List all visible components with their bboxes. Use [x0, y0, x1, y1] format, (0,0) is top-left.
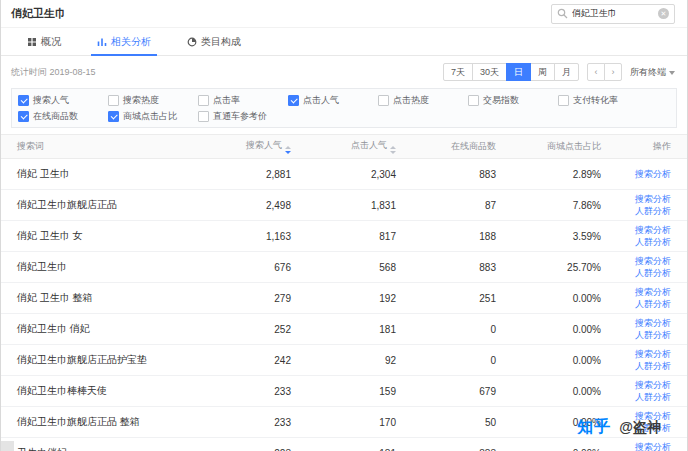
metric-checkbox[interactable]: 交易指数: [468, 94, 558, 107]
period-month-button[interactable]: 月: [554, 63, 579, 81]
search-analysis-link[interactable]: 搜索分析: [629, 224, 671, 236]
search-popularity-cell: 252: [214, 314, 319, 345]
range-30d-button[interactable]: 30天: [472, 63, 507, 81]
analytics-page: 俏妃卫生巾 概况 相关分析 类目构成: [0, 0, 688, 451]
search-icon: [557, 8, 568, 19]
metric-checkbox[interactable]: 点击率: [198, 94, 288, 107]
table-row: 俏妃 卫生巾 女 1,163 817 188 3.59% 搜索分析 人群分析: [1, 221, 687, 252]
metric-label: 点击热度: [393, 94, 429, 107]
bar-chart-icon: [97, 37, 107, 47]
search-analysis-link[interactable]: 搜索分析: [629, 255, 671, 267]
search-input[interactable]: [572, 9, 654, 19]
metric-label: 搜索热度: [123, 94, 159, 107]
mall-click-ratio-cell: 0.00%: [524, 345, 629, 376]
mall-click-ratio-cell: 0.00%: [524, 314, 629, 345]
search-analysis-link[interactable]: 搜索分析: [629, 168, 671, 180]
crowd-analysis-link[interactable]: 人群分析: [629, 267, 671, 279]
range-7d-button[interactable]: 7天: [443, 63, 473, 81]
metrics-row-2: 在线商品数 商城点击占比 直通车参考价: [18, 108, 670, 124]
click-popularity-cell: 817: [319, 221, 424, 252]
keyword-cell: 俏妃 卫生巾: [1, 159, 214, 190]
crowd-analysis-link[interactable]: 人群分析: [629, 205, 671, 217]
search-analysis-link[interactable]: 搜索分析: [629, 317, 671, 329]
keywords-table: 搜索词 搜索人气 点击人气 在线商品数 商城点击占比 操作: [1, 134, 687, 451]
checkbox-icon: [378, 95, 389, 106]
table-row: 俏妃卫生巾旗舰店正品护宝垫 242 92 0 0.00% 搜索分析 人群分析: [1, 345, 687, 376]
next-arrow-button[interactable]: ›: [604, 63, 622, 81]
online-items-cell: 0: [424, 314, 524, 345]
crowd-analysis-link[interactable]: 人群分析: [629, 360, 671, 372]
checkbox-icon: [558, 95, 569, 106]
period-button-group: 7天 30天 日 周 月: [443, 63, 579, 81]
crowd-analysis-link[interactable]: 人群分析: [629, 298, 671, 310]
keyword-cell: 俏妃卫生巾旗舰店正品护宝垫: [1, 345, 214, 376]
metric-checkbox[interactable]: 支付转化率: [558, 94, 648, 107]
tab-category-composition-label: 类目构成: [201, 35, 241, 49]
period-day-button[interactable]: 日: [506, 63, 531, 81]
table-row: 俏妃卫生巾旗舰店正品 2,498 1,831 87 7.86% 搜索分析 人群分…: [1, 190, 687, 221]
metric-checkbox[interactable]: 搜索人气: [18, 94, 108, 107]
metric-checkbox[interactable]: 搜索热度: [108, 94, 198, 107]
actions-cell: 搜索分析: [629, 159, 687, 190]
crowd-analysis-link[interactable]: 人群分析: [629, 391, 671, 403]
actions-cell: 搜索分析 人群分析: [629, 376, 687, 407]
mall-click-ratio-cell: 0.00%: [524, 283, 629, 314]
actions-cell: 搜索分析 人群分析: [629, 252, 687, 283]
crowd-analysis-link[interactable]: 人群分析: [629, 236, 671, 248]
tab-related-analysis[interactable]: 相关分析: [79, 28, 169, 55]
top-header: 俏妃卫生巾: [1, 0, 687, 28]
actions-cell: 搜索分析 人群分析: [629, 314, 687, 345]
metric-label: 支付转化率: [573, 94, 618, 107]
col-search-popularity[interactable]: 搜索人气: [214, 135, 319, 159]
metric-checkbox[interactable]: 商城点击占比: [108, 110, 198, 123]
toolbar: 统计时间 2019-08-15 7天 30天 日 周 月 ‹ › 所有终端: [1, 60, 687, 84]
actions-cell: 搜索分析 人群分析: [629, 221, 687, 252]
period-week-button[interactable]: 周: [530, 63, 555, 81]
metric-label: 在线商品数: [33, 110, 78, 123]
sort-icon: [285, 146, 291, 154]
search-analysis-link[interactable]: 搜索分析: [629, 441, 671, 451]
metrics-panel: 搜索人气 搜索热度 点击率 点击人气 点击热度 交易指数 支付转化率: [11, 88, 677, 128]
online-items-cell: 251: [424, 283, 524, 314]
keyword-cell: 俏妃卫生巾旗舰店正品: [1, 190, 214, 221]
search-box[interactable]: [551, 4, 675, 24]
checkbox-icon: [18, 95, 29, 106]
tab-overview[interactable]: 概况: [9, 28, 79, 55]
click-popularity-cell: 568: [319, 252, 424, 283]
click-popularity-cell: 192: [319, 283, 424, 314]
search-analysis-link[interactable]: 搜索分析: [629, 193, 671, 205]
checkbox-icon: [18, 111, 29, 122]
mall-click-ratio-cell: 25.70%: [524, 252, 629, 283]
prev-arrow-button[interactable]: ‹: [587, 63, 605, 81]
crowd-analysis-link[interactable]: 人群分析: [629, 329, 671, 341]
scroll-corner: [1, 441, 14, 451]
page-title: 俏妃卫生巾: [11, 6, 66, 21]
watermark-username: @盗神: [619, 419, 661, 437]
metric-checkbox[interactable]: 直通车参考价: [198, 110, 288, 123]
checkbox-icon: [108, 95, 119, 106]
col-click-popularity[interactable]: 点击人气: [319, 135, 424, 159]
tab-bar: 概况 相关分析 类目构成: [1, 28, 687, 56]
time-controls: 7天 30天 日 周 月 ‹ › 所有终端: [443, 63, 675, 81]
table-row: 俏妃 卫生巾 2,881 2,304 883 2.89% 搜索分析: [1, 159, 687, 190]
metric-checkbox[interactable]: 在线商品数: [18, 110, 108, 123]
table-header-row: 搜索词 搜索人气 点击人气 在线商品数 商城点击占比 操作: [1, 135, 687, 159]
search-analysis-link[interactable]: 搜索分析: [629, 286, 671, 298]
terminal-filter-dropdown[interactable]: 所有终端: [630, 66, 675, 79]
mall-click-ratio-cell: 0.00%: [524, 438, 629, 451]
tab-category-composition[interactable]: 类目构成: [169, 28, 259, 55]
clear-icon[interactable]: [658, 8, 669, 19]
search-popularity-cell: 676: [214, 252, 319, 283]
search-analysis-link[interactable]: 搜索分析: [629, 348, 671, 360]
click-popularity-cell: 181: [319, 314, 424, 345]
keyword-cell: 俏妃卫生巾旗舰店正品 整箱: [1, 407, 214, 438]
metric-checkbox[interactable]: 点击人气: [288, 94, 378, 107]
search-analysis-link[interactable]: 搜索分析: [629, 379, 671, 391]
col-online-items: 在线商品数: [424, 135, 524, 159]
checkbox-icon: [108, 111, 119, 122]
table-row: 俏妃卫生巾 俏妃 252 181 0 0.00% 搜索分析 人群分析: [1, 314, 687, 345]
online-items-cell: 188: [424, 221, 524, 252]
online-items-cell: 50: [424, 407, 524, 438]
sort-icon: [390, 146, 396, 154]
metric-checkbox[interactable]: 点击热度: [378, 94, 468, 107]
